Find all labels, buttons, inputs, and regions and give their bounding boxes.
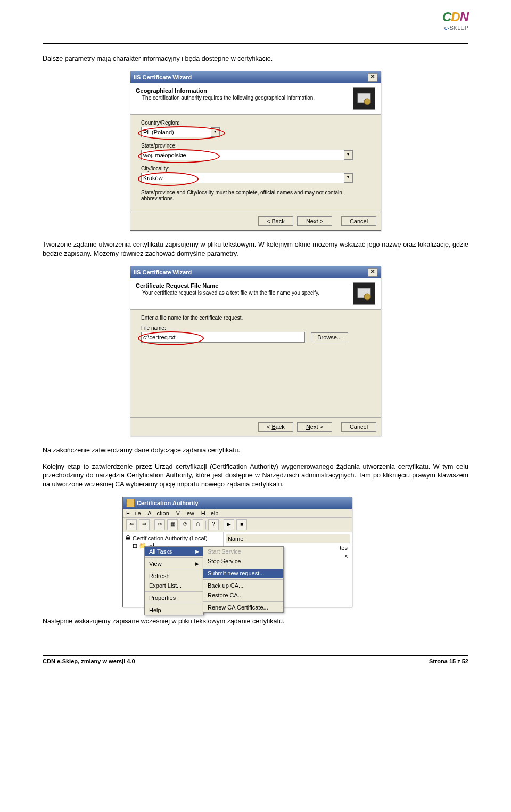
menu-help[interactable]: Help bbox=[145, 605, 203, 615]
wizard-header: Certificate Request File Name Your certi… bbox=[130, 278, 381, 310]
city-label: City/locality: bbox=[141, 166, 370, 172]
footer-divider bbox=[43, 655, 468, 656]
help-icon[interactable]: ? bbox=[208, 519, 219, 530]
file-name-field[interactable] bbox=[141, 332, 305, 343]
forward-icon[interactable]: ⇒ bbox=[139, 519, 150, 530]
logo-subtext: e-SKLEP bbox=[442, 25, 468, 31]
logo: CDN e-SKLEP bbox=[442, 10, 468, 31]
state-field[interactable] bbox=[141, 150, 353, 160]
wizard-heading: Geographical Information bbox=[136, 87, 349, 94]
cancel-button[interactable]: Cancel bbox=[341, 216, 376, 226]
back-icon[interactable]: ⇐ bbox=[126, 519, 137, 530]
ca-titlebar: Certification Authority bbox=[123, 497, 352, 509]
wizard-file-name: IIS Certificate Wizard ✕ Certificate Req… bbox=[130, 266, 381, 436]
svg-point-1 bbox=[364, 99, 370, 105]
footer-left: CDN e-Sklep, zmiany w wersji 4.0 bbox=[43, 658, 135, 664]
country-label: Country/Region: bbox=[141, 120, 370, 126]
enter-file-label: Enter a file name for the certificate re… bbox=[141, 315, 370, 321]
wizard-title-text: IIS Certificate Wizard bbox=[134, 74, 192, 80]
refresh-icon[interactable]: ⟳ bbox=[180, 519, 191, 530]
wizard-note: State/province and City/locality must be… bbox=[141, 190, 370, 201]
back-button[interactable]: < Back bbox=[258, 216, 293, 226]
ca-body: 🏛 Certification Authority (Local) ⊞ 📁 cd… bbox=[123, 532, 352, 607]
chevron-down-icon[interactable]: ▾ bbox=[211, 127, 219, 137]
wizard-titlebar: IIS Certificate Wizard ✕ bbox=[130, 266, 381, 278]
paragraph-2: Tworzone żądanie utworzenia certyfikatu … bbox=[43, 240, 468, 258]
submenu-renew[interactable]: Renew CA Certificate... bbox=[203, 603, 283, 612]
ca-title-text: Certification Authority bbox=[137, 500, 199, 506]
menu-export[interactable]: Export List... bbox=[145, 581, 203, 590]
certificate-icon bbox=[353, 282, 375, 305]
ca-menubar: File Action View Help bbox=[123, 509, 352, 518]
menu-action[interactable]: Action bbox=[147, 510, 169, 516]
submenu-all-tasks: Start Service Stop Service Submit new re… bbox=[203, 546, 284, 613]
header-divider bbox=[43, 43, 468, 44]
wizard-heading: Certificate Request File Name bbox=[136, 282, 349, 289]
menu-all-tasks[interactable]: All Tasks▶ bbox=[145, 547, 203, 556]
menu-refresh[interactable]: Refresh bbox=[145, 571, 203, 581]
next-button[interactable]: Next > bbox=[297, 422, 332, 432]
page-footer: CDN e-Sklep, zmiany w wersji 4.0 Strona … bbox=[0, 658, 511, 675]
properties-icon[interactable]: ▦ bbox=[167, 519, 178, 530]
country-field[interactable] bbox=[141, 127, 220, 137]
paragraph-3: Na zakończenie zatwierdzamy dane dotyczą… bbox=[43, 446, 468, 455]
close-icon[interactable]: ✕ bbox=[368, 73, 377, 82]
next-button[interactable]: Next > bbox=[297, 216, 332, 226]
tree-root[interactable]: 🏛 Certification Authority (Local) bbox=[125, 534, 221, 542]
file-name-label: File name: bbox=[141, 325, 370, 331]
cancel-button[interactable]: Cancel bbox=[341, 422, 376, 432]
wizard-desc: Your certificate request is saved as a t… bbox=[142, 290, 349, 296]
menu-help[interactable]: Help bbox=[201, 510, 219, 516]
close-icon[interactable]: ✕ bbox=[368, 268, 377, 277]
chevron-down-icon[interactable]: ▾ bbox=[344, 173, 352, 183]
ca-toolbar: ⇐ ⇒ ✂ ▦ ⟳ ⎙ ? ▶ ■ bbox=[123, 518, 352, 532]
paragraph-4: Kolejny etap to zatwierdzenie przez Urzą… bbox=[43, 462, 468, 490]
paragraph-5: Następnie wskazujemy zapisane wcześniej … bbox=[43, 617, 468, 626]
chevron-down-icon[interactable]: ▾ bbox=[344, 150, 352, 160]
stop-icon[interactable]: ■ bbox=[236, 519, 247, 530]
menu-file[interactable]: File bbox=[126, 510, 141, 516]
list-header-name[interactable]: Name bbox=[226, 534, 350, 543]
state-label: State/province: bbox=[141, 143, 370, 149]
wizard-title-text: IIS Certificate Wizard bbox=[134, 269, 192, 275]
menu-view[interactable]: View▶ bbox=[145, 559, 203, 569]
paragraph-1: Dalsze parametry mają charakter informac… bbox=[43, 54, 468, 63]
submenu-backup[interactable]: Back up CA... bbox=[203, 581, 283, 590]
submenu-start: Start Service bbox=[203, 547, 283, 556]
svg-point-3 bbox=[364, 294, 370, 300]
logo-text: CDN bbox=[442, 10, 468, 25]
wizard-header: Geographical Information The certificati… bbox=[130, 83, 381, 115]
play-icon[interactable]: ▶ bbox=[224, 519, 234, 530]
menu-view[interactable]: View bbox=[176, 510, 194, 516]
footer-right: Strona 15 z 52 bbox=[429, 658, 468, 664]
ca-app-icon bbox=[126, 499, 135, 507]
ca-window: Certification Authority File Action View… bbox=[122, 497, 352, 607]
certificate-icon bbox=[353, 87, 375, 110]
wizard-titlebar: IIS Certificate Wizard ✕ bbox=[130, 71, 381, 83]
back-button[interactable]: < Back bbox=[258, 422, 293, 432]
wizard-geo-info: IIS Certificate Wizard ✕ Geographical In… bbox=[130, 71, 381, 231]
submenu-restore[interactable]: Restore CA... bbox=[203, 590, 283, 600]
export-icon[interactable]: ⎙ bbox=[193, 519, 203, 530]
city-field[interactable] bbox=[141, 173, 353, 183]
wizard-desc: The certification authority requires the… bbox=[142, 95, 349, 101]
browse-button[interactable]: Browse... bbox=[311, 332, 348, 342]
context-menu: All Tasks▶ View▶ Refresh Export List... … bbox=[144, 546, 204, 615]
submenu-stop[interactable]: Stop Service bbox=[203, 556, 283, 566]
menu-properties[interactable]: Properties bbox=[145, 593, 203, 603]
submenu-submit[interactable]: Submit new request... bbox=[203, 569, 283, 578]
cut-icon[interactable]: ✂ bbox=[154, 519, 165, 530]
